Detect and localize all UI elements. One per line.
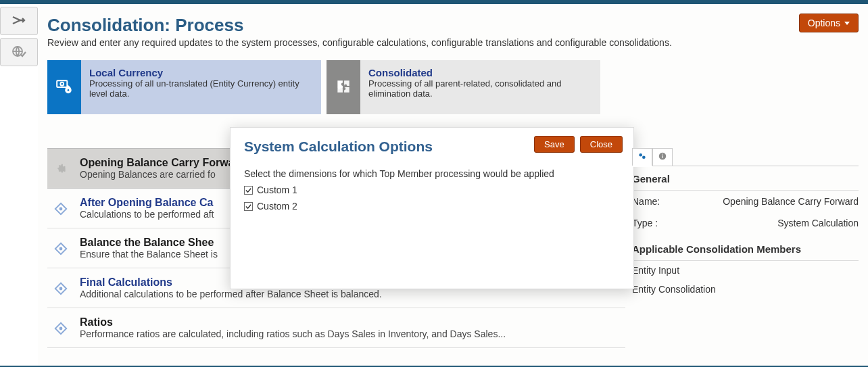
card-desc: Processing of all un-translated (Entity … (89, 78, 313, 99)
svg-point-8 (639, 153, 642, 157)
svg-point-2 (60, 82, 64, 85)
save-button[interactable]: Save (534, 136, 575, 153)
dialog-actions: Save Close (534, 136, 623, 153)
row-text: After Opening Balance Ca Calculations to… (80, 197, 214, 220)
globe-check-icon (11, 43, 27, 62)
diamond-gear-icon (51, 319, 70, 338)
process-type-cards: Local Currency Processing of all un-tran… (47, 60, 859, 114)
row-text: Ratios Performance ratios are calculated… (80, 316, 506, 339)
details-panel: General Name: Opening Balance Carry Forw… (632, 148, 859, 348)
info-icon (658, 151, 667, 163)
kv-value: System Calculation (693, 218, 859, 228)
svg-point-3 (68, 89, 70, 91)
row-desc: Performance ratios are calculated, inclu… (80, 328, 506, 339)
options-button[interactable]: Options (799, 14, 859, 32)
rail-button-approve[interactable] (0, 38, 38, 66)
svg-rect-11 (662, 155, 662, 158)
member-item: Entity Input (632, 261, 859, 280)
check-icon (245, 187, 252, 194)
svg-rect-12 (662, 154, 662, 155)
row-title: After Opening Balance Ca (80, 197, 214, 209)
arrows-converge-icon (11, 12, 27, 30)
svg-rect-1 (57, 80, 67, 87)
card-body: Local Currency Processing of all un-tran… (81, 60, 321, 114)
member-item: Entity Consolidation (632, 280, 859, 299)
row-desc: Calculations to be performed aft (80, 209, 214, 220)
row-title: Ratios (80, 316, 506, 328)
close-button[interactable]: Close (580, 136, 623, 153)
option-custom2: Custom 2 (244, 201, 620, 212)
kv-value: Opening Balance Carry Forward (693, 196, 859, 207)
left-tool-rail (0, 4, 38, 366)
option-label: Custom 2 (257, 201, 297, 212)
tab-settings[interactable] (632, 148, 652, 166)
card-desc: Processing of all parent-related, consol… (368, 78, 592, 99)
option-custom1: Custom 1 (244, 185, 620, 195)
svg-point-6 (59, 287, 63, 291)
kv-label: Type : (632, 218, 693, 228)
rail-button-flow[interactable] (0, 7, 38, 35)
option-label: Custom 1 (257, 185, 297, 195)
system-calc-options-dialog: Save Close System Calculation Options Se… (230, 127, 634, 289)
row-text: Balance the Balance Shee Ensure that the… (80, 237, 218, 260)
tab-info[interactable] (652, 148, 673, 166)
card-title: Local Currency (89, 67, 313, 78)
kv-type: Type : System Calculation (632, 212, 859, 234)
row-title: Balance the Balance Shee (80, 237, 218, 249)
diamond-gear-icon (51, 239, 70, 258)
card-icon-area (47, 60, 81, 114)
diamond-gear-icon (51, 199, 70, 218)
checkbox-custom1[interactable] (244, 186, 253, 195)
svg-point-5 (59, 247, 63, 251)
row-title: Opening Balance Carry Forward (80, 157, 245, 169)
checkbox-custom2[interactable] (244, 202, 253, 211)
general-header: General (632, 166, 859, 191)
kv-label: Name: (632, 196, 693, 207)
svg-point-9 (642, 155, 646, 159)
gears-icon (637, 151, 647, 163)
page-subtitle: Review and enter any required updates to… (47, 37, 859, 48)
list-item-ratios[interactable]: Ratios Performance ratios are calculated… (47, 308, 625, 348)
chevron-down-icon (844, 22, 850, 25)
svg-point-7 (59, 327, 63, 331)
card-consolidated[interactable]: Consolidated Processing of all parent-re… (327, 60, 600, 114)
diamond-gear-icon (51, 279, 70, 298)
row-desc: Additional calculations to be performed … (80, 289, 382, 299)
members-header: Applicable Consolidation Members (632, 237, 859, 261)
card-title: Consolidated (368, 67, 592, 78)
card-local-currency[interactable]: Local Currency Processing of all un-tran… (47, 60, 321, 114)
details-tabs (632, 148, 859, 166)
gear-icon (51, 160, 70, 178)
row-desc: Ensure that the Balance Sheet is (80, 249, 218, 260)
dialog-instruction: Select the dimensions for which Top Memb… (244, 168, 620, 179)
card-body: Consolidated Processing of all parent-re… (360, 60, 600, 114)
kv-name: Name: Opening Balance Carry Forward (632, 191, 859, 212)
currency-pin-icon (55, 78, 73, 97)
card-icon-area (327, 60, 360, 114)
svg-point-4 (59, 207, 63, 211)
puzzle-icon (335, 78, 352, 97)
row-text: Opening Balance Carry Forward Opening Ba… (80, 157, 245, 180)
app-frame: Options Consolidation: Process Review an… (0, 0, 868, 367)
options-label: Options (808, 18, 840, 28)
row-desc: Opening Balances are carried fo (80, 169, 245, 180)
check-icon (245, 203, 252, 210)
page-title: Consolidation: Process (47, 15, 859, 36)
